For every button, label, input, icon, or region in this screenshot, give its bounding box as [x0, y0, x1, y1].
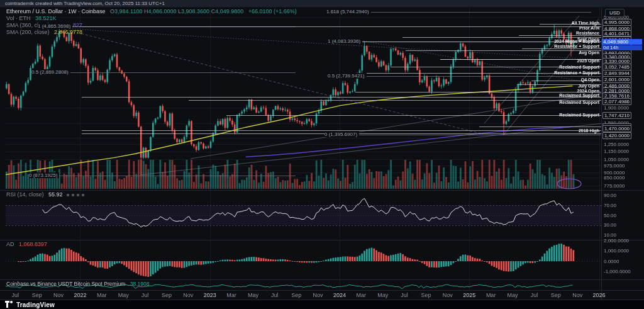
fib-level-label: 1 (4,865.3698)	[38, 23, 72, 29]
level-annotation: Reclaimed Support	[411, 113, 599, 117]
current-price-badge: 4,049.9800	[602, 39, 642, 45]
chart-overlay: Ethereum / U.S. Dollar · 1W · Coinbase O…	[0, 0, 644, 309]
time-axis-tick: Jul	[142, 292, 149, 298]
visibility-icon[interactable]	[67, 194, 69, 196]
time-axis-tick: May	[508, 292, 518, 298]
level-annotation: Resistance + Support	[411, 70, 599, 75]
time-axis-tick: Nov	[53, 292, 64, 298]
rsi-legend: RSI (14, close) 55.92	[6, 191, 84, 198]
ad-scale-tick: -1,000.0000	[604, 269, 631, 274]
change-value: +66.0100 (+1.66%)	[248, 8, 297, 14]
premium-legend: Coinbase vs Binance USDT Bitcoin Spot Pr…	[6, 281, 149, 288]
settings-icon[interactable]	[72, 194, 74, 196]
volume-indicator-label[interactable]: Vol · ETH	[6, 15, 31, 21]
time-axis-tick: Jul	[12, 292, 19, 298]
time-axis-tick: Nov	[572, 292, 582, 298]
rsi-scale-tick: 50.00	[604, 213, 616, 218]
time-axis-tick: Jul	[401, 292, 408, 298]
premium-value: 38.1908	[130, 281, 150, 287]
ad-scale-tick: 2,000.0000	[604, 238, 629, 244]
more-icon[interactable]	[82, 194, 84, 196]
watermark-text: cointradernik created with TradingView.c…	[5, 1, 165, 6]
rsi-value: 55.92	[48, 191, 63, 198]
symbol-title[interactable]: Ethereum / U.S. Dollar · 1W · Coinbase	[6, 8, 106, 14]
price-scale-tick: 1,250.0000	[604, 142, 629, 147]
time-axis-tick: 2026	[593, 292, 606, 298]
pane-separator[interactable]	[0, 240, 644, 240]
level-annotation: Prior ATH	[411, 26, 599, 30]
level-annotation: Reclaimed Support	[411, 65, 599, 69]
rsi-scale-tick: 70.00	[604, 203, 616, 208]
ad-value: 1,068.8397	[19, 241, 47, 247]
countdown-badge: 0d 14h	[602, 45, 642, 50]
level-annotation: 2018 High	[411, 128, 599, 133]
time-axis-tick: Sep	[551, 292, 561, 298]
tradingview-logo-icon[interactable]	[5, 301, 13, 308]
rsi-indicator-label[interactable]: RSI (14, close)	[6, 191, 44, 198]
level-annotation: Resistance	[411, 31, 599, 35]
price-level-label: 1,420.0000	[602, 132, 631, 139]
level-annotation: All Time High	[411, 21, 599, 25]
price-scale-tick: 775.0000	[604, 183, 625, 189]
fib-level-label: 0 (873.1925)	[29, 172, 59, 178]
pane-separator[interactable]	[0, 190, 644, 191]
ad-scale-tick: 0.0000	[604, 259, 619, 264]
fib-level-label: 0.5 (2,739.5421)	[328, 73, 367, 79]
fib-level-label: 0.5 (2,869.2808)	[31, 69, 70, 75]
time-axis-tick: Sep	[32, 292, 42, 298]
time-axis-tick: Sep	[421, 292, 431, 298]
time-axis-tick: 2023	[204, 292, 216, 298]
tradingview-wordmark[interactable]: TradingView	[16, 301, 55, 308]
time-axis-tick: Sep	[291, 292, 301, 298]
ad-legend: AD 1,068.8397	[6, 241, 47, 248]
ohlc-high-value: 4,086.0000	[148, 8, 177, 14]
time-axis-tick: Sep	[162, 292, 172, 298]
price-level-label: 2,849.9944	[602, 70, 631, 77]
level-annotation: July Open	[411, 84, 599, 88]
scale-separator	[601, 8, 602, 300]
price-scale-tick: 850.0000	[604, 175, 625, 181]
time-axis-tick: Nov	[313, 292, 323, 298]
watermark-bar: cointradernik created with TradingView.c…	[0, 0, 644, 8]
delete-icon[interactable]	[77, 194, 79, 196]
tradingview-chart-page: { "watermark": "cointradernik created wi…	[0, 0, 644, 309]
level-annotation: 2025 Open	[411, 59, 599, 63]
time-axis-tick: Mar	[97, 292, 107, 298]
ohlc-close-value: 4,049.9800	[215, 8, 243, 14]
sma200-indicator-label[interactable]: SMA (200, close)	[6, 29, 50, 35]
time-axis-tick: May	[248, 292, 258, 298]
time-axis-tick: Jul	[271, 292, 279, 298]
level-annotation: Q4 Open	[411, 77, 599, 82]
time-axis-tick: May	[118, 292, 129, 298]
level-annotation: 2024 Open	[411, 89, 599, 93]
time-axis-tick: Mar	[357, 292, 367, 298]
price-scale-currency[interactable]: USD	[605, 9, 625, 17]
ad-indicator-label[interactable]: AD	[6, 241, 14, 247]
level-annotation: Reclaimed Support	[411, 100, 599, 104]
ohlc-low-value: 3,908.3600	[181, 8, 209, 14]
sma200-value: 2,446.9778	[54, 29, 82, 35]
price-level-label: 1,470.0000	[602, 125, 631, 132]
fib-level-label: 1.618 (5,744.2940)	[326, 9, 371, 14]
ad-scale-tick: 1,000.0000	[604, 248, 629, 254]
fib-level-label: 0 (1,395.6907)	[325, 132, 359, 137]
time-axis-tick: Mar	[226, 292, 236, 298]
time-axis-tick: Jul	[531, 292, 538, 298]
pane-separator[interactable]	[0, 279, 644, 280]
premium-indicator-label[interactable]: Coinbase vs Binance USDT Bitcoin Spot Pr…	[6, 281, 125, 287]
price-scale-tick: 1,050.0000	[604, 157, 629, 162]
level-annotation: Resistance + Support	[411, 44, 599, 48]
time-axis-tick: 2025	[463, 292, 475, 298]
ohlc-open-value: 3,984.1100	[114, 8, 142, 14]
time-axis-tick: 2022	[74, 292, 86, 298]
price-scale-tick: 1,900.0000	[604, 105, 629, 111]
main-legend: Ethereum / U.S. Dollar · 1W · Coinbase O…	[6, 8, 297, 36]
volume-value: 38.521K	[35, 15, 57, 21]
time-axis-tick: Mar	[486, 292, 496, 298]
time-axis-tick: May	[377, 292, 388, 298]
rsi-scale-tick: 90.00	[604, 193, 616, 198]
price-scale-tick: 1,150.0000	[604, 149, 629, 154]
price-level-label: 1,747.4210	[602, 112, 631, 119]
level-annotation: 2024 Highs + Support	[411, 39, 599, 43]
time-axis-tick: Nov	[183, 292, 193, 298]
